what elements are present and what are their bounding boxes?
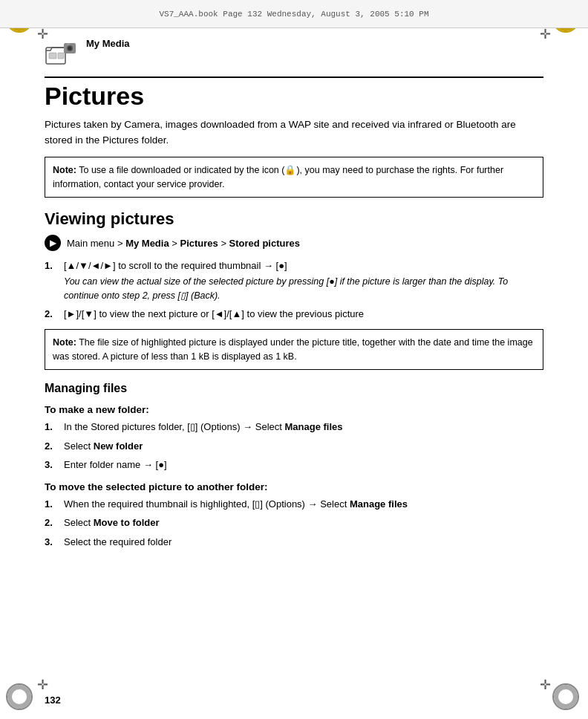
svg-point-3 (68, 47, 72, 51)
mv-step2-content: Select Move to folder (64, 515, 543, 530)
new-folder-step-2: 2. Select New folder (45, 439, 543, 454)
nf-step1-content: In the Stored pictures folder, [▯] (Opti… (64, 420, 543, 435)
new-folder-steps-list: 1. In the Stored pictures folder, [▯] (O… (45, 420, 543, 472)
section-title-text: My Media (86, 38, 130, 49)
page-container: ✛ ✛ ✛ ✛ VS7_AAA.book Page 132 Wednesday,… (0, 0, 588, 719)
move-steps-list: 1. When the required thumbnail is highli… (45, 497, 543, 550)
note2-text: The file size of highlighted picture is … (53, 337, 533, 362)
move-step-3: 3. Select the required folder (45, 535, 543, 550)
viewing-section-heading: Viewing pictures (45, 209, 543, 229)
note-box-1: Note: To use a file downloaded or indica… (45, 157, 543, 198)
main-content: My Media Pictures Pictures taken by Came… (45, 37, 543, 682)
menu-path: ▶ Main menu > My Media > Pictures > Stor… (45, 235, 543, 251)
nf-step3-text: Enter folder name → [●] (64, 459, 167, 470)
corner-decoration-bl (6, 683, 36, 713)
corner-circle-br (552, 683, 579, 710)
menu-path-text: Main menu > My Media > Pictures > Stored… (67, 236, 300, 251)
svg-rect-6 (58, 53, 64, 59)
nf-step2-content: Select New folder (64, 439, 543, 454)
svg-rect-4 (67, 43, 70, 45)
nf-step1-number: 1. (45, 420, 61, 435)
note1-label: Note: (53, 165, 76, 175)
step1-number: 1. (45, 258, 61, 273)
intro-text: Pictures taken by Camera, images downloa… (45, 117, 543, 148)
step2-text: [►]/[▼] to view the next picture or [◄]/… (64, 308, 364, 319)
viewing-steps-list: 1. [▲/▼/◄/►] to scroll to the required t… (45, 258, 543, 322)
note2-label: Note: (53, 337, 76, 348)
nf-step3-content: Enter folder name → [●] (64, 458, 543, 472)
viewing-step-2: 2. [►]/[▼] to view the next picture or [… (45, 307, 543, 322)
mv-step3-text: Select the required folder (64, 536, 172, 547)
menu-path-arrow-icon: ▶ (45, 235, 61, 251)
viewing-step-1: 1. [▲/▼/◄/►] to scroll to the required t… (45, 258, 543, 302)
step1-text: [▲/▼/◄/►] to scroll to the required thum… (64, 260, 287, 271)
mv-step3-number: 3. (45, 535, 61, 550)
note-box-2: Note: The file size of highlighted pictu… (45, 329, 543, 371)
nf-step2-text: Select New folder (64, 440, 143, 452)
svg-rect-5 (49, 53, 56, 59)
move-task-heading: To move the selected picture to another … (45, 481, 543, 492)
section-title: My Media (86, 37, 130, 51)
mv-step3-content: Select the required folder (64, 535, 543, 550)
top-nav-text: VS7_AAA.book Page 132 Wednesday, August … (45, 10, 543, 19)
managing-heading: Managing files (45, 382, 543, 395)
new-folder-step-3: 3. Enter folder name → [●] (45, 458, 543, 472)
note1-text: To use a file downloaded or indicated by… (53, 165, 503, 189)
step1-italic: You can view the actual size of the sele… (64, 275, 543, 303)
new-folder-task-heading: To make a new folder: (45, 404, 543, 415)
nf-step2-number: 2. (45, 439, 61, 454)
step1-content: [▲/▼/◄/►] to scroll to the required thum… (64, 258, 543, 302)
mv-step1-text: When the required thumbnail is highlight… (64, 498, 408, 510)
new-folder-step-1: 1. In the Stored pictures folder, [▯] (O… (45, 420, 543, 435)
my-media-icon (45, 40, 77, 68)
corner-circle-bl (6, 683, 33, 710)
mv-step2-number: 2. (45, 515, 61, 530)
nf-step1-text: In the Stored pictures folder, [▯] (Opti… (64, 421, 343, 432)
header-section: My Media (45, 37, 543, 78)
step2-number: 2. (45, 307, 61, 322)
move-step-1: 1. When the required thumbnail is highli… (45, 497, 543, 512)
page-number: 132 (45, 694, 61, 706)
mv-step2-text: Select Move to folder (64, 517, 160, 528)
mv-step1-number: 1. (45, 497, 61, 512)
corner-decoration-br (552, 683, 582, 713)
top-nav-bar: VS7_AAA.book Page 132 Wednesday, August … (0, 0, 588, 28)
step2-content: [►]/[▼] to view the next picture or [◄]/… (64, 307, 543, 322)
move-step-2: 2. Select Move to folder (45, 515, 543, 530)
icon-area (45, 40, 77, 71)
mv-step1-content: When the required thumbnail is highlight… (64, 497, 543, 512)
nf-step3-number: 3. (45, 458, 61, 472)
page-heading: Pictures (45, 82, 543, 110)
